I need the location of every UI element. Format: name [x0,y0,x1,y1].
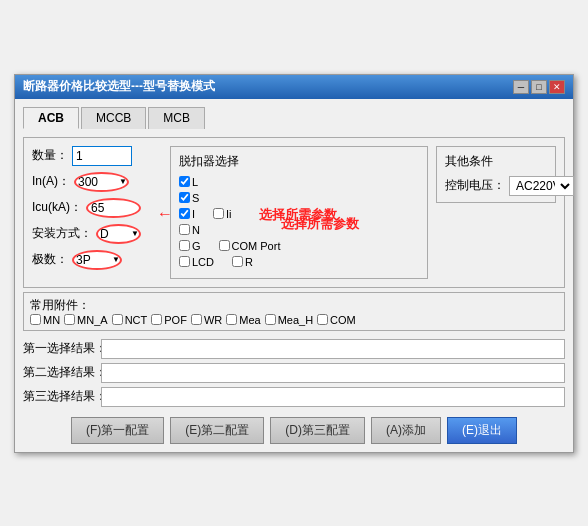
acc-mn-checkbox[interactable] [30,314,41,325]
tab-mccb[interactable]: MCCB [81,107,146,129]
acc-com-checkbox[interactable] [317,314,328,325]
trip-s-row: S [179,192,419,204]
right-panel: 其他条件 控制电压： AC220V AC110V DC220V DC110V [436,146,556,279]
qty-row: 数量： [32,146,162,166]
trip-i-label: I [192,208,195,220]
btn-third-config[interactable]: (D)第三配置 [270,417,365,444]
voltage-select[interactable]: AC220V AC110V DC220V DC110V [509,176,574,196]
annotation-overlay: 选择所需参数 [281,215,359,233]
result1-label: 第一选择结果： [23,340,95,357]
annotation-arrow: ← [157,205,173,223]
trip-com-item[interactable]: COM Port [219,240,281,252]
acc-pof-label: POF [164,314,187,326]
install-wrapper: D F P [96,224,141,244]
accessories-section: 常用附件： MN MN_A NCT POF [23,292,565,331]
icu-row: Icu(kA)： [32,198,162,218]
acc-mea[interactable]: Mea [226,314,260,326]
result2-label: 第二选择结果： [23,364,95,381]
acc-nct[interactable]: NCT [112,314,148,326]
acc-wr-checkbox[interactable] [191,314,202,325]
minimize-button[interactable]: ─ [513,80,529,94]
trip-n-item[interactable]: N [179,224,200,236]
poles-row: 极数： 3P 4P 2P [32,250,162,270]
trip-l-checkbox[interactable] [179,176,190,187]
trip-com-checkbox[interactable] [219,240,230,251]
accessories-row: MN MN_A NCT POF WR [30,314,558,326]
trip-g-item[interactable]: G [179,240,201,252]
poles-select[interactable]: 3P 4P 2P [72,250,122,270]
result2-input[interactable] [101,363,565,383]
result1-input[interactable] [101,339,565,359]
other-conditions: 其他条件 控制电压： AC220V AC110V DC220V DC110V [436,146,556,203]
trip-s-checkbox[interactable] [179,192,190,203]
poles-label: 极数： [32,251,68,268]
in-row: In(A)： 300 400 630 800 [32,172,162,192]
acc-nct-checkbox[interactable] [112,314,123,325]
maximize-button[interactable]: □ [531,80,547,94]
middle-panel: 脱扣器选择 L S [170,146,428,279]
acc-wr[interactable]: WR [191,314,222,326]
trip-n-label: N [192,224,200,236]
acc-mna-checkbox[interactable] [64,314,75,325]
qty-input[interactable] [72,146,132,166]
trip-ii-label: Ii [226,208,232,220]
tab-acb[interactable]: ACB [23,107,79,129]
icu-label: Icu(kA)： [32,199,82,216]
acc-pof-checkbox[interactable] [151,314,162,325]
close-button[interactable]: ✕ [549,80,565,94]
voltage-row: 控制电压： AC220V AC110V DC220V DC110V [445,176,547,196]
title-bar-buttons: ─ □ ✕ [513,80,565,94]
tab-mcb[interactable]: MCB [148,107,205,129]
window-content: ACB MCCB MCB 数量： In(A)： 300 40 [15,99,573,452]
acc-com[interactable]: COM [317,314,356,326]
acc-meah[interactable]: Mea_H [265,314,313,326]
trip-section: 脱扣器选择 L S [170,146,428,279]
trip-g-checkbox[interactable] [179,240,190,251]
install-select[interactable]: D F P [96,224,141,244]
trip-i-checkbox[interactable] [179,208,190,219]
qty-label: 数量： [32,147,68,164]
trip-lcd-item[interactable]: LCD [179,256,214,268]
acc-mna[interactable]: MN_A [64,314,108,326]
trip-ii-checkbox[interactable] [213,208,224,219]
result2-row: 第二选择结果： [23,363,565,383]
other-title: 其他条件 [445,153,547,170]
trip-lcd-row: LCD R [179,256,419,268]
btn-add[interactable]: (A)添加 [371,417,441,444]
in-select[interactable]: 300 400 630 800 [74,172,129,192]
trip-lcd-checkbox[interactable] [179,256,190,267]
in-wrapper: 300 400 630 800 [74,172,129,192]
trip-n-checkbox[interactable] [179,224,190,235]
acc-mna-label: MN_A [77,314,108,326]
result3-input[interactable] [101,387,565,407]
trip-ii-item[interactable]: Ii [213,208,232,220]
trip-g-row: G COM Port [179,240,419,252]
trip-title: 脱扣器选择 [179,153,419,170]
trip-i-item[interactable]: I [179,208,195,220]
acc-pof[interactable]: POF [151,314,187,326]
btn-second-config[interactable]: (E)第二配置 [170,417,264,444]
main-window: 断路器价格比较选型---型号替换模式 ─ □ ✕ ACB MCCB MCB 数量… [14,74,574,453]
acc-nct-label: NCT [125,314,148,326]
trip-r-item[interactable]: R [232,256,253,268]
trip-com-label: COM Port [232,240,281,252]
main-area: 数量： In(A)： 300 400 630 800 [23,137,565,288]
trip-s-item[interactable]: S [179,192,199,204]
trip-r-label: R [245,256,253,268]
btn-first-config[interactable]: (F)第一配置 [71,417,164,444]
results-section: 第一选择结果： 第二选择结果： 第三选择结果： [23,339,565,407]
icu-input[interactable] [86,198,141,218]
btn-exit[interactable]: (E)退出 [447,417,517,444]
acc-mn[interactable]: MN [30,314,60,326]
acc-wr-label: WR [204,314,222,326]
in-label: In(A)： [32,173,70,190]
trip-l-item[interactable]: L [179,176,198,188]
trip-s-label: S [192,192,199,204]
accessories-label: 常用附件： [30,298,90,312]
acc-com-label: COM [330,314,356,326]
window-title: 断路器价格比较选型---型号替换模式 [23,78,215,95]
trip-r-checkbox[interactable] [232,256,243,267]
acc-mea-checkbox[interactable] [226,314,237,325]
acc-meah-checkbox[interactable] [265,314,276,325]
left-panel: 数量： In(A)： 300 400 630 800 [32,146,162,279]
